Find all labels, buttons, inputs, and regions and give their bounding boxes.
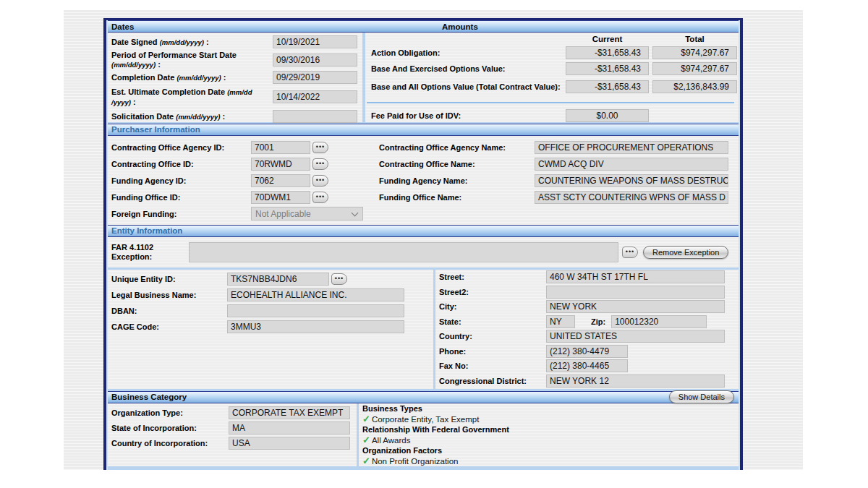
fax-field[interactable]: (212) 380-4465 (546, 359, 628, 372)
entity-section-title: Entity Information (111, 226, 182, 236)
state-label: State: (439, 317, 546, 326)
total-column-header: Total (652, 35, 737, 43)
check-icon: ✓ (362, 414, 370, 424)
country-of-incorporation-field[interactable]: USA (229, 437, 350, 450)
purchaser-content: Contracting Office Agency ID: 7001 ••• C… (108, 136, 739, 225)
foreign-funding-select[interactable]: Not Applicable (251, 207, 363, 221)
base-exercised-options-current-field[interactable]: -$31,658.43 (566, 62, 649, 75)
contracting-office-agency-id-lookup-button[interactable]: ••• (312, 142, 328, 153)
phone-field[interactable]: (212) 380-4479 (546, 345, 628, 358)
far-exception-field[interactable] (189, 242, 618, 262)
funding-agency-id-field[interactable]: 7062 (251, 174, 310, 187)
street2-label: Street2: (439, 288, 546, 296)
base-all-options-label: Base and All Options Value (Total Contra… (371, 82, 566, 91)
date-signed-row: Date Signed (mm/dd/yyyy) : 10/19/2021 (108, 34, 362, 50)
solicitation-date-label: Solicitation Date (mm/dd/yyyy) : (111, 111, 273, 121)
entity-left-column: Unique Entity ID: TKS7NBB4JDN6 ••• Legal… (111, 271, 409, 335)
entity-detail: Unique Entity ID: TKS7NBB4JDN6 ••• Legal… (108, 270, 739, 389)
congressional-district-row: Congressional District: NEW YORK 12 (439, 374, 736, 389)
contracting-office-agency-name-field[interactable]: OFFICE OF PROCUREMENT OPERATIONS (535, 141, 728, 154)
funding-office-name-field[interactable]: ASST SCTY COUNTERING WPNS OF MASS D (535, 191, 728, 204)
check-icon: ✓ (362, 435, 370, 445)
far-exception-label: FAR 4.1102 Exception: (111, 243, 189, 262)
organization-type-row: Organization Type: CORPORATE TAX EXEMPT (111, 405, 350, 420)
contracting-office-id-lookup-button[interactable]: ••• (312, 158, 328, 170)
solicitation-date-field[interactable] (273, 110, 357, 123)
country-of-incorporation-label: Country of Incorporation: (111, 439, 229, 448)
organization-factors-item: ✓ Non Profit Organization (362, 456, 736, 467)
funding-agency-id-label: Funding Agency ID: (111, 176, 251, 185)
legal-business-name-label: Legal Business Name: (111, 291, 227, 299)
business-types-header: Business Types (362, 403, 736, 414)
dban-field[interactable] (227, 304, 404, 317)
state-of-incorporation-row: State of Incorporation: MA (111, 420, 350, 435)
base-all-options-total-field[interactable]: $2,136,843.99 (652, 80, 737, 93)
country-field[interactable]: UNITED STATES (546, 330, 725, 343)
show-details-button[interactable]: Show Details (669, 390, 734, 403)
contracting-office-name-field[interactable]: CWMD ACQ DIV (535, 158, 728, 171)
contracting-office-agency-id-label: Contracting Office Agency ID: (111, 143, 251, 152)
date-signed-label: Date Signed (mm/dd/yyyy) : (111, 37, 273, 47)
zip-label: Zip: (591, 317, 605, 326)
fee-paid-idv-row: Fee Paid for Use of IDV: $0.00 (365, 107, 737, 124)
business-content: Organization Type: CORPORATE TAX EXEMPT … (108, 403, 739, 467)
form-bottom-strip (108, 466, 739, 470)
action-obligation-row: Action Obligation: -$31,658.43 $974,297.… (365, 45, 737, 61)
legal-business-name-row: Legal Business Name: ECOHEALTH ALLIANCE … (111, 287, 409, 303)
date-signed-field[interactable]: 10/19/2021 (273, 35, 357, 48)
organization-type-field[interactable]: CORPORATE TAX EXEMPT (229, 406, 350, 419)
phone-row: Phone: (212) 380-4479 (439, 344, 736, 359)
funding-agency-name-label: Funding Agency Name: (379, 176, 535, 185)
funding-agency-name-field[interactable]: COUNTERING WEAPONS OF MASS DESTRUC (535, 174, 728, 187)
base-all-options-current-field[interactable]: -$31,658.43 (566, 80, 649, 93)
state-of-incorporation-field[interactable]: MA (229, 421, 350, 435)
amounts-column-headers: Current Total (365, 33, 737, 45)
unique-entity-id-lookup-button[interactable]: ••• (331, 273, 347, 285)
action-obligation-total-field[interactable]: $974,297.67 (652, 46, 737, 59)
street-field[interactable]: 460 W 34TH ST 17TH FL (546, 270, 725, 283)
pop-start-date-label: Period of Performance Start Date (mm/dd/… (111, 50, 273, 69)
federal-relationship-item: ✓ All Awards (362, 435, 736, 446)
completion-date-field[interactable]: 09/29/2019 (273, 71, 357, 84)
congressional-district-field[interactable]: NEW YORK 12 (546, 374, 725, 388)
street-label: Street: (439, 273, 546, 281)
country-label: Country: (439, 332, 546, 341)
state-field[interactable]: NY (546, 315, 575, 328)
far-exception-lookup-button[interactable]: ••• (622, 247, 638, 258)
cage-code-label: CAGE Code: (111, 322, 227, 331)
contracting-office-id-field[interactable]: 70RWMD (251, 158, 310, 171)
amounts-divider (367, 102, 734, 103)
funding-office-name-label: Funding Office Name: (379, 193, 535, 202)
completion-date-row: Completion Date (mm/dd/yyyy) : 09/29/201… (108, 69, 362, 85)
zip-field[interactable]: 100012320 (611, 315, 707, 328)
fee-paid-idv-field[interactable]: $0.00 (566, 109, 649, 122)
est-ultimate-completion-date-field[interactable]: 10/14/2022 (273, 90, 357, 103)
unique-entity-id-row: Unique Entity ID: TKS7NBB4JDN6 ••• (111, 271, 409, 287)
legal-business-name-field[interactable]: ECOHEALTH ALLIANCE INC. (227, 288, 404, 301)
dates-amounts-panels: Date Signed (mm/dd/yyyy) : 10/19/2021 Pe… (108, 33, 739, 124)
business-types-column: Business Types ✓ Corporate Entity, Tax E… (362, 403, 736, 466)
base-exercised-options-total-field[interactable]: $974,297.67 (652, 62, 737, 75)
street2-field[interactable] (546, 286, 725, 299)
purchaser-section-title: Purchaser Information (111, 124, 200, 135)
city-row: City: NEW YORK (439, 299, 736, 314)
federal-relationship-item-label: All Awards (372, 436, 410, 445)
remove-exception-button[interactable]: Remove Exception (643, 246, 728, 259)
contracting-office-agency-name-label: Contracting Office Agency Name: (379, 143, 535, 152)
state-zip-row: State: NY Zip: 100012320 (439, 314, 736, 330)
funding-agency-id-lookup-button[interactable]: ••• (312, 175, 328, 187)
completion-date-label: Completion Date (mm/dd/yyyy) : (111, 72, 273, 82)
form-inner: Dates Amounts Date Signed (mm/dd/yyyy) :… (106, 20, 740, 470)
state-of-incorporation-label: State of Incorporation: (111, 424, 229, 432)
funding-office-id-field[interactable]: 70DWM1 (251, 191, 310, 204)
city-field[interactable]: NEW YORK (546, 300, 725, 313)
funding-office-id-lookup-button[interactable]: ••• (312, 192, 328, 203)
congressional-district-label: Congressional District: (439, 377, 546, 385)
unique-entity-id-field[interactable]: TKS7NBB4JDN6 (227, 273, 329, 286)
action-obligation-current-field[interactable]: -$31,658.43 (566, 46, 649, 59)
business-section-bar: Business Category Show Details (108, 391, 739, 403)
contracting-office-agency-id-field[interactable]: 7001 (251, 141, 310, 154)
street-row: Street: 460 W 34TH ST 17TH FL (439, 270, 736, 285)
cage-code-field[interactable]: 3MMU3 (227, 320, 404, 333)
pop-start-date-field[interactable]: 09/30/2016 (273, 53, 357, 67)
